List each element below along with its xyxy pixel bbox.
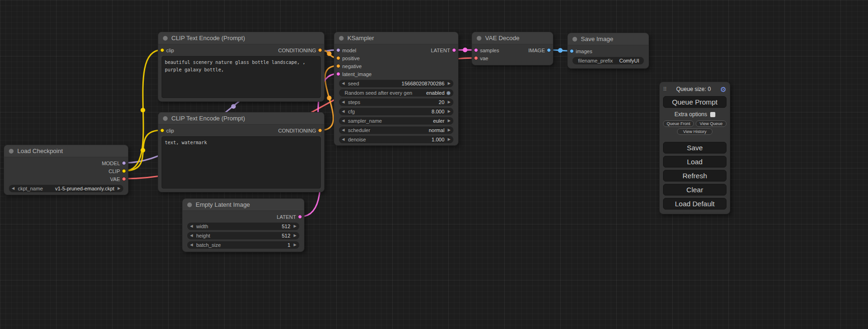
node-load-checkpoint[interactable]: Load Checkpoint MODEL CLIP VAE ◀ ckpt_na…	[4, 145, 128, 195]
view-history-button[interactable]: View History	[677, 128, 713, 135]
arrow-right-icon[interactable]: ▶	[118, 187, 120, 190]
arrow-left-icon[interactable]: ◀	[342, 110, 345, 113]
node-canvas[interactable]: Load Checkpoint MODEL CLIP VAE ◀ ckpt_na…	[0, 0, 868, 329]
queue-buttons-row: Queue Front View Queue	[663, 120, 727, 127]
arrow-right-icon[interactable]: ▶	[448, 119, 451, 123]
arrow-right-icon[interactable]: ▶	[448, 138, 451, 141]
arrow-left-icon[interactable]: ◀	[342, 138, 345, 141]
extra-options-checkbox[interactable]	[710, 112, 715, 117]
positive-prompt-text[interactable]: beautiful scenery nature glass bottle la…	[162, 56, 321, 98]
node-title-bar[interactable]: KSampler	[334, 32, 458, 44]
image-output-port[interactable]	[547, 48, 551, 52]
arrow-right-icon[interactable]: ▶	[294, 243, 296, 247]
latent-output-port[interactable]	[452, 48, 456, 52]
node-vae-decode[interactable]: VAE Decode samples IMAGE vae	[472, 32, 553, 65]
ckpt-name-widget[interactable]: ◀ ckpt_name v1-5-pruned-emaonly.ckpt ▶	[9, 185, 123, 192]
arrow-left-icon[interactable]: ◀	[342, 128, 345, 132]
negative-prompt-text[interactable]: text, watermark	[162, 136, 321, 189]
conditioning-output-port[interactable]	[318, 48, 322, 52]
clip-input-port[interactable]	[160, 48, 164, 52]
sampler-name-widget[interactable]: ◀ sampler_name euler ▶	[339, 117, 453, 125]
seed-widget[interactable]: ◀ seed 156680208700286 ▶	[339, 80, 453, 87]
latent-image-input-port[interactable]	[336, 72, 340, 76]
collapse-dot-icon[interactable]	[163, 116, 168, 121]
refresh-button[interactable]: Refresh	[663, 170, 727, 182]
output-label-vae: VAE	[110, 176, 120, 182]
node-title-bar[interactable]: CLIP Text Encode (Prompt)	[158, 112, 324, 125]
images-input-port[interactable]	[570, 49, 574, 53]
drag-handle-icon[interactable]: ⠿	[663, 86, 667, 92]
positive-input-port[interactable]	[336, 56, 340, 60]
queue-front-button[interactable]: Queue Front	[663, 120, 694, 127]
steps-widget[interactable]: ◀ steps 20 ▶	[339, 98, 453, 106]
collapse-dot-icon[interactable]	[339, 36, 344, 41]
model-output-port[interactable]	[122, 161, 126, 165]
arrow-left-icon[interactable]: ◀	[12, 187, 14, 190]
settings-gear-icon[interactable]: ⚙	[720, 86, 727, 93]
model-input-port[interactable]	[336, 48, 340, 52]
collapse-dot-icon[interactable]	[572, 37, 577, 42]
batch-size-widget[interactable]: ◀ batch_size 1 ▶	[187, 241, 299, 249]
arrow-right-icon[interactable]: ▶	[294, 234, 296, 238]
arrow-right-icon[interactable]: ▶	[448, 82, 451, 85]
latent-output-port[interactable]	[298, 215, 302, 219]
node-title-bar[interactable]: VAE Decode	[472, 32, 553, 44]
widget-label: ckpt_name	[18, 186, 43, 191]
widget-value: 156680208700286	[402, 81, 445, 86]
arrow-right-icon[interactable]: ▶	[448, 100, 451, 104]
slot-row: vae	[472, 54, 553, 62]
load-button[interactable]: Load	[663, 156, 727, 168]
width-widget[interactable]: ◀ width 512 ▶	[187, 223, 299, 230]
filename-prefix-widget[interactable]: filename_prefix ComfyUI	[572, 57, 644, 64]
collapse-dot-icon[interactable]	[9, 149, 14, 154]
queue-size-label: Queue size: 0	[667, 86, 720, 92]
conditioning-output-port[interactable]	[318, 128, 322, 133]
arrow-left-icon[interactable]: ◀	[342, 119, 345, 123]
height-widget[interactable]: ◀ height 512 ▶	[187, 232, 299, 239]
clip-input-port[interactable]	[160, 128, 164, 133]
queue-prompt-button[interactable]: Queue Prompt	[663, 96, 727, 108]
save-button[interactable]: Save	[663, 142, 727, 154]
node-save-image[interactable]: Save Image images filename_prefix ComfyU…	[567, 33, 649, 69]
node-clip-text-encode-positive[interactable]: CLIP Text Encode (Prompt) clip CONDITION…	[158, 32, 325, 102]
input-label-model: model	[342, 48, 356, 53]
node-title-bar[interactable]: Load Checkpoint	[4, 145, 128, 157]
toggle-dot-icon[interactable]	[446, 91, 451, 95]
clip-output-port[interactable]	[122, 169, 126, 173]
collapse-dot-icon[interactable]	[187, 203, 192, 207]
arrow-right-icon[interactable]: ▶	[448, 110, 451, 113]
widget-value: ComfyUI	[619, 58, 639, 63]
node-title-bar[interactable]: CLIP Text Encode (Prompt)	[158, 32, 324, 44]
output-label-conditioning: CONDITIONING	[278, 48, 316, 53]
node-title-bar[interactable]: Save Image	[568, 33, 649, 45]
clear-button[interactable]: Clear	[663, 184, 727, 196]
node-title: Save Image	[581, 35, 613, 42]
arrow-left-icon[interactable]: ◀	[190, 243, 193, 247]
link-midpoint-dot	[327, 51, 332, 56]
vae-input-port[interactable]	[474, 56, 478, 60]
collapse-dot-icon[interactable]	[163, 36, 168, 41]
cfg-widget[interactable]: ◀ cfg 8.000 ▶	[339, 108, 453, 115]
collapse-dot-icon[interactable]	[477, 36, 481, 41]
random-seed-toggle-widget[interactable]: Random seed after every gen enabled	[339, 89, 453, 97]
queue-panel-header: ⠿ Queue size: 0 ⚙	[663, 84, 727, 94]
negative-input-port[interactable]	[336, 64, 340, 68]
load-default-button[interactable]: Load Default	[663, 198, 727, 210]
samples-input-port[interactable]	[474, 48, 478, 52]
widget-label: batch_size	[196, 242, 221, 248]
arrow-left-icon[interactable]: ◀	[342, 82, 345, 85]
node-clip-text-encode-negative[interactable]: CLIP Text Encode (Prompt) clip CONDITION…	[158, 112, 325, 192]
node-empty-latent-image[interactable]: Empty Latent Image LATENT ◀ width 512 ▶ …	[182, 198, 304, 252]
arrow-left-icon[interactable]: ◀	[190, 234, 193, 238]
queue-panel[interactable]: ⠿ Queue size: 0 ⚙ Queue Prompt Extra opt…	[659, 82, 730, 214]
view-queue-button[interactable]: View Queue	[696, 120, 727, 127]
arrow-left-icon[interactable]: ◀	[342, 100, 345, 104]
node-title-bar[interactable]: Empty Latent Image	[183, 199, 304, 211]
vae-output-port[interactable]	[122, 177, 126, 181]
node-ksampler[interactable]: KSampler model LATENT positive negative …	[334, 32, 459, 146]
denoise-widget[interactable]: ◀ denoise 1.000 ▶	[339, 136, 453, 143]
arrow-left-icon[interactable]: ◀	[190, 224, 193, 228]
arrow-right-icon[interactable]: ▶	[448, 128, 451, 132]
scheduler-widget[interactable]: ◀ scheduler normal ▶	[339, 126, 453, 134]
arrow-right-icon[interactable]: ▶	[294, 224, 296, 228]
